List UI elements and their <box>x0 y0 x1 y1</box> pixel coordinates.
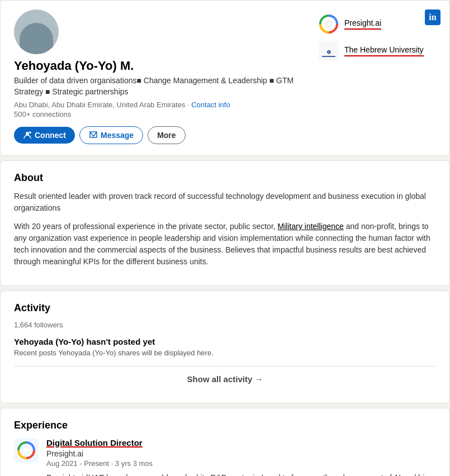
about-para2: With 20 years of professional experience… <box>14 221 436 268</box>
action-buttons: Connect Message More <box>14 126 319 144</box>
no-posts-label: Yehoyada (Yo-Yo) hasn't posted yet <box>14 337 436 346</box>
about-section: About Result oriented leader with proven… <box>0 160 450 286</box>
avatar-shape <box>20 23 53 54</box>
about-para1: Result oriented leader with proven track… <box>14 191 436 214</box>
exp-company-0: Presight.ai <box>46 449 436 458</box>
hebrew-uni-logo: ✡ <box>319 41 339 61</box>
more-button[interactable]: More <box>148 126 185 144</box>
svg-point-10 <box>23 448 29 453</box>
profile-name: Yehoyada (Yo-Yo) M. <box>14 59 319 73</box>
exp-title-0: Digital Solution Director <box>46 438 436 448</box>
experience-title: Experience <box>14 420 436 431</box>
experience-item-0: Digital Solution Director Presight.ai Au… <box>14 438 436 476</box>
profile-card: in Yehoyada (Yo-Yo) M. Builder of data d… <box>0 0 450 156</box>
exp-content-0: Digital Solution Director Presight.ai Au… <box>46 438 436 476</box>
hebrew-uni-name: The Hebrew University <box>344 45 424 56</box>
activity-section: Activity 1,664 followers Yehoyada (Yo-Yo… <box>0 291 450 403</box>
hebrew-uni-logo-svg: ✡ <box>319 41 339 61</box>
experience-section: Experience Digital Solution Director Pre… <box>0 408 450 476</box>
presight-logo-svg <box>319 15 338 34</box>
svg-text:✡: ✡ <box>326 49 331 55</box>
profile-left: Yehoyada (Yo-Yo) M. Builder of data driv… <box>14 9 319 144</box>
company-presight[interactable]: Presight.ai <box>319 14 381 34</box>
exp-description-0: Presight.ai (UAE based company) launched… <box>46 472 436 476</box>
about-title: About <box>14 172 436 184</box>
company-hebrew-uni[interactable]: ✡ The Hebrew University <box>319 41 424 61</box>
presight-name: Presight.ai <box>344 18 381 30</box>
svg-point-4 <box>326 21 331 27</box>
connections-count: 500+ connections <box>14 110 319 118</box>
linkedin-badge: in <box>425 9 440 25</box>
military-intelligence-link[interactable]: Military intelligence <box>278 222 344 231</box>
avatar-container <box>14 9 319 54</box>
profile-headline: Builder of data driven organisations■ Ch… <box>14 75 319 97</box>
exp-presight-logo <box>14 438 39 463</box>
connect-icon <box>23 131 32 140</box>
exp-presight-logo-svg <box>14 438 39 463</box>
exp-duration-0: Aug 2021 - Present · 3 yrs 3 mos <box>46 459 436 468</box>
message-icon <box>89 131 98 140</box>
activity-subtext: Recent posts Yehoyada (Yo-Yo) shares wil… <box>14 349 436 357</box>
contact-info-link[interactable]: Contact info <box>191 101 230 109</box>
activity-title: Activity <box>14 302 436 314</box>
message-button[interactable]: Message <box>79 126 143 144</box>
profile-companies: Presight.ai ✡ The Hebrew University <box>319 9 436 61</box>
svg-point-0 <box>26 132 29 135</box>
profile-location: Abu Dhabi, Abu Dhabi Emirate, United Ara… <box>14 101 319 109</box>
connect-button[interactable]: Connect <box>14 127 75 144</box>
followers-count: 1,664 followers <box>14 321 436 329</box>
show-all-activity-button[interactable]: Show all activity → <box>14 366 436 392</box>
presight-logo <box>319 14 339 34</box>
avatar <box>14 9 59 54</box>
